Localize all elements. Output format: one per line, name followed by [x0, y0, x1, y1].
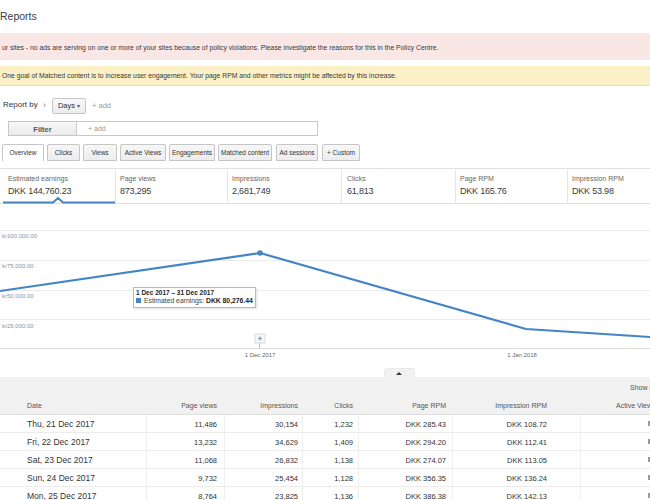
svg-text:1 Dec 2017: 1 Dec 2017 [245, 352, 276, 358]
svg-text:kr50,000.00: kr50,000.00 [2, 293, 34, 299]
svg-text:1 Jan 2018: 1 Jan 2018 [507, 352, 537, 358]
svg-text:kr75,000.00: kr75,000.00 [2, 263, 34, 269]
svg-text:kr100,000.00: kr100,000.00 [2, 233, 38, 239]
svg-text:kr25,000.00: kr25,000.00 [2, 323, 34, 329]
